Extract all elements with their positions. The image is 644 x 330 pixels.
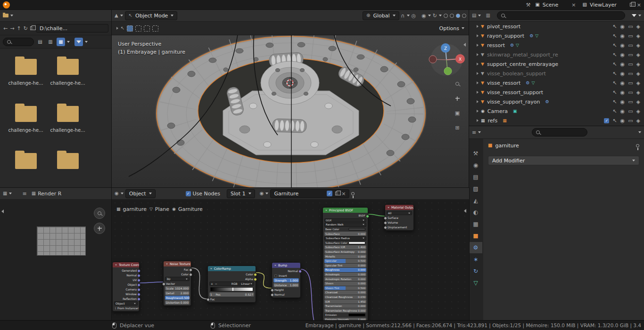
viewport-disable-icon[interactable]: ▭ — [628, 109, 633, 114]
node-texture-coordinate[interactable]: Texture Coordinate Generated — [112, 262, 140, 312]
shading-wireframe-icon[interactable] — [444, 14, 448, 18]
render-disable-icon[interactable]: ◈ — [636, 43, 640, 48]
fake-user-toggle[interactable]: ✓ — [327, 191, 332, 196]
editor-type-chevron-icon[interactable] — [121, 193, 124, 194]
node-noise-texture[interactable]: Noise Texture Fac — [163, 261, 191, 306]
node-row[interactable]: Surface — [387, 216, 412, 220]
node-row[interactable]: 3D — [165, 277, 190, 281]
hide-eye-icon[interactable]: ◉ — [620, 80, 625, 86]
hide-eye-icon[interactable]: ◉ — [620, 90, 625, 95]
hide-eye-icon[interactable]: ◉ — [620, 24, 625, 29]
node-row[interactable]: Scale 1024.000 — [165, 286, 190, 290]
node-row[interactable]: Emission — [324, 313, 366, 317]
restrict-select-icon[interactable]: ↖ — [612, 118, 617, 123]
node-row[interactable]: Random Walk — [324, 223, 366, 227]
node-row[interactable]: + − RGB Linear — [209, 282, 254, 286]
viewport-canvas[interactable]: User Perspective (1) Embrayage | garnitu… — [112, 35, 469, 188]
node-bump[interactable]: Bump Normal — [272, 262, 301, 298]
node-row[interactable]: Roughness 0.500 — [165, 296, 190, 300]
npanel-toggle-icon[interactable] — [463, 43, 466, 47]
zoom-button[interactable] — [94, 208, 105, 219]
scene-unlink-icon[interactable]: × — [571, 2, 576, 8]
snap-magnet-icon[interactable]: ∩ — [401, 13, 405, 18]
hide-eye-icon[interactable]: ◉ — [620, 118, 625, 123]
hide-eye-icon[interactable]: ◉ — [620, 43, 625, 48]
restrict-select-icon[interactable]: ↖ — [612, 62, 617, 67]
material-browse-chevron-icon[interactable] — [265, 193, 268, 194]
node-header[interactable]: ColorRamp — [208, 266, 256, 271]
properties-tab[interactable]: ◐ — [469, 207, 482, 218]
expand-icon[interactable] — [477, 25, 479, 28]
folder-item[interactable] — [47, 153, 89, 180]
scene-selector[interactable]: Scene — [541, 2, 571, 8]
breadcrumb-item[interactable]: ▦ garniture — [116, 206, 147, 212]
node-row[interactable]: Sheen 0.000 — [324, 282, 366, 286]
node-row[interactable]: Fac — [209, 297, 254, 301]
display-horizontal-list-icon[interactable]: ▥ — [46, 38, 55, 46]
gradient-bar[interactable] — [210, 287, 253, 291]
shader-type-dropdown[interactable]: Object — [125, 189, 156, 198]
slot-dropdown[interactable]: Slot 1 — [227, 189, 255, 198]
node-principled-bsdf[interactable]: Principled BSDF BSDF — [322, 207, 368, 320]
file-search-input[interactable] — [3, 38, 34, 46]
object-name[interactable]: ressort — [487, 42, 505, 48]
shading-solid-icon[interactable] — [450, 14, 454, 18]
breadcrumb-item[interactable]: ◉ Garniture — [172, 206, 203, 212]
node-colorramp[interactable]: ColorRamp Color — [207, 266, 256, 303]
node-row[interactable]: Transmission Roughness 0.000 — [324, 308, 366, 313]
back-icon[interactable]: ← — [3, 26, 8, 31]
node-row[interactable]: Transmission 0.000 — [324, 304, 366, 308]
node-row[interactable]: Vector — [165, 282, 190, 286]
node-row[interactable]: GGX — [324, 218, 366, 223]
node-row[interactable]: Sheen Tint 0.500 — [324, 286, 366, 290]
node-row[interactable] — [209, 286, 254, 292]
up-icon[interactable]: ↑ — [17, 26, 21, 31]
viewport-ortho-button[interactable]: ⊞ — [452, 122, 462, 133]
node-row[interactable]: Color — [209, 272, 254, 276]
hide-eye-icon[interactable]: ◉ — [620, 71, 625, 76]
render-disable-icon[interactable]: ◈ — [636, 24, 640, 29]
expand-icon[interactable] — [477, 44, 479, 47]
expand-icon[interactable] — [477, 110, 479, 113]
editor-type-chevron-icon[interactable] — [9, 193, 12, 194]
expand-icon[interactable] — [477, 72, 479, 75]
blender-logo-icon[interactable] — [3, 1, 10, 8]
overlays-chevron-icon[interactable] — [439, 15, 442, 16]
object-name[interactable]: visse_ressort — [487, 80, 520, 86]
image-editor-icon[interactable]: ▦ — [3, 191, 7, 196]
path-field[interactable]: D:\challe... — [36, 24, 108, 32]
properties-options-chevron-icon[interactable] — [638, 131, 641, 133]
pin-icon[interactable] — [351, 192, 355, 195]
outliner-row[interactable]: ▦ refs ▦ ↖ ◉ ▭ ◈ — [469, 116, 644, 125]
object-name[interactable]: visse_boolean_support — [487, 71, 546, 77]
node-row[interactable]: Object — [114, 282, 138, 287]
viewport-disable-icon[interactable]: ▭ — [628, 52, 633, 57]
pin-icon[interactable] — [636, 144, 639, 147]
snap-chevron-icon[interactable] — [407, 15, 410, 16]
properties-tab[interactable]: ∗ — [469, 254, 482, 265]
select-mode-subtract-icon[interactable] — [144, 25, 150, 32]
node-row[interactable]: Object — [114, 301, 138, 306]
npanel-toggle-icon[interactable] — [464, 209, 466, 213]
node-row[interactable]: Subsurface Radius — [324, 236, 366, 241]
orientation-dropdown[interactable]: ⊕ Global — [363, 11, 399, 20]
node-row[interactable]: Anisotropic Rotation 0.000 — [324, 277, 366, 281]
mode-dropdown[interactable]: ↖ Object Mode — [125, 11, 178, 20]
render-disable-icon[interactable]: ◈ — [636, 90, 640, 95]
properties-tab[interactable]: ▦ — [469, 218, 482, 230]
restrict-select-icon[interactable]: ↖ — [612, 24, 617, 29]
proportional-edit-icon[interactable]: ◎ — [412, 13, 416, 18]
outliner-editor-icon[interactable]: ▤ — [472, 13, 476, 18]
breadcrumb-item[interactable]: ▽ Plane — [149, 206, 169, 212]
node-row[interactable]: Clearcoat Roughness 0.030 — [324, 295, 366, 299]
folder-item[interactable]: challenge-he... — [47, 106, 89, 133]
select-mode-extend-icon[interactable] — [135, 25, 141, 32]
node-row[interactable]: Specular 0.500 — [324, 259, 366, 263]
expand-icon[interactable] — [477, 81, 479, 84]
create-folder-icon[interactable] — [30, 26, 33, 30]
color-swatch[interactable] — [348, 241, 365, 244]
node-material-output[interactable]: Material Output All — [385, 204, 414, 231]
node-row[interactable]: Distortion 0.000 — [165, 300, 190, 305]
node-row[interactable]: Base Color — [324, 227, 366, 232]
outliner-row[interactable]: ▼ visse_ressort ⚙▽ ↖ ◉ ▭ ◈ — [469, 78, 644, 88]
